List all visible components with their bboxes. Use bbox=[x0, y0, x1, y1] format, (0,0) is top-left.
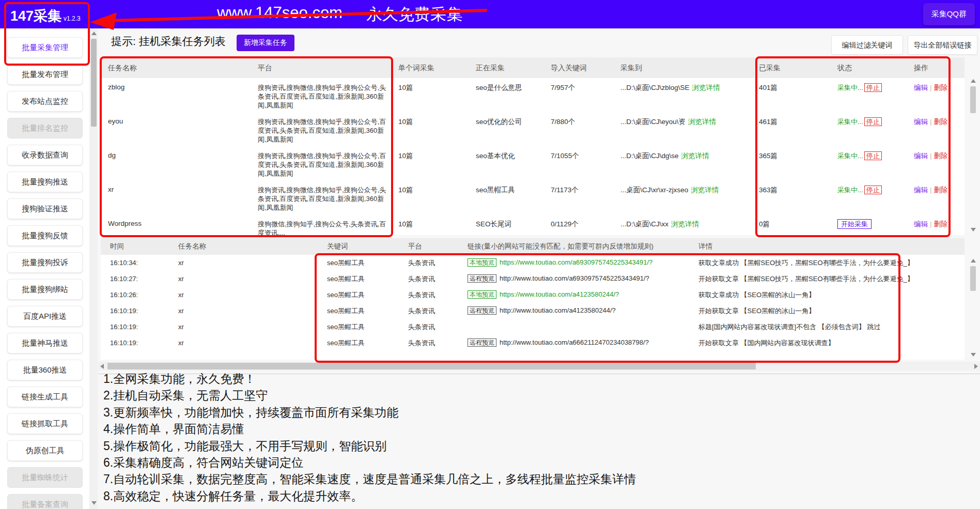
article-url[interactable]: https://www.toutiao.com/a4123580244/? bbox=[500, 290, 619, 298]
scrollbar-thumb[interactable] bbox=[970, 86, 976, 113]
sidebar-item-site-monitor[interactable]: 发布站点监控 bbox=[7, 91, 83, 112]
remote-preview-badge[interactable]: 远程预览 bbox=[468, 338, 496, 347]
sidebar-item-sogou-feedback[interactable]: 批量搜狗反馈 bbox=[7, 225, 83, 246]
export-error-links-button[interactable]: 导出全部错误链接 bbox=[908, 35, 977, 55]
delete-link[interactable]: 删除 bbox=[934, 84, 948, 91]
scroll-up-arrow[interactable] bbox=[971, 79, 976, 83]
article-url[interactable]: https://www.toutiao.com/a693097574522534… bbox=[500, 258, 652, 266]
log-table: 时间 任务名称 关键词 平台 链接(量小的网站可能没有匹配，如需要可群内反馈增加… bbox=[101, 238, 965, 360]
qq-group-button[interactable]: 采集QQ群 bbox=[923, 3, 975, 25]
view-details-link[interactable]: 浏览详情 bbox=[671, 220, 699, 228]
status-cell: 采集中...停止 bbox=[837, 117, 914, 127]
sidebar-scrollbar[interactable] bbox=[90, 28, 98, 509]
detail-cell: 获取文章成功 【SEO黑帽的冰山一角】 bbox=[698, 290, 965, 300]
scrollbar-thumb[interactable] bbox=[107, 363, 756, 369]
article-url[interactable]: http://www.toutiao.com/a4123580244/? bbox=[500, 306, 616, 314]
save-path-cell: ...桌面\CJ\xr\xr-zjxseo浏览详情 bbox=[620, 186, 759, 195]
collected-cell: 401篇 bbox=[759, 83, 837, 92]
sidebar-item-pseudo-original[interactable]: 伪原创工具 bbox=[7, 440, 83, 461]
view-details-link[interactable]: 浏览详情 bbox=[681, 152, 709, 160]
article-url[interactable]: http://www.toutiao.com/a6662112470234038… bbox=[500, 338, 649, 346]
time-cell: 16:10:26: bbox=[110, 291, 178, 299]
save-path: ...D:\桌面\CJ\xx bbox=[620, 220, 668, 228]
scroll-up-arrow[interactable] bbox=[91, 32, 97, 35]
sidebar-item-sogou-push[interactable]: 批量搜狗推送 bbox=[7, 172, 83, 192]
delete-link[interactable]: 删除 bbox=[934, 152, 948, 160]
edit-link[interactable]: 编辑 bbox=[914, 220, 928, 228]
link-cell: 远程预览http://www.toutiao.com/a666211247023… bbox=[468, 338, 698, 347]
table-row: dg 搜狗资讯,搜狗微信,搜狗知乎,搜狗公众号,百度资讯,头条资讯,百度知道,新… bbox=[101, 146, 965, 180]
sidebar-item-baidu-api[interactable]: 百度API推送 bbox=[7, 306, 83, 327]
sidebar-item-batch-publish[interactable]: 批量发布管理 bbox=[7, 64, 83, 85]
collecting-cell: seo是什么意思 bbox=[476, 83, 551, 92]
scroll-right-arrow[interactable] bbox=[974, 364, 978, 369]
keyword-cell: seo黑帽工具 bbox=[327, 322, 408, 332]
edit-link[interactable]: 编辑 bbox=[914, 186, 928, 194]
banner-url: www.147seo.com bbox=[217, 4, 343, 25]
platform-cell: 搜狗资讯,搜狗微信,搜狗知乎,搜狗公众号,百度资讯,头条资讯,百度知道,新浪新闻… bbox=[258, 151, 398, 178]
start-collect-button[interactable]: 开始采集 bbox=[837, 219, 872, 229]
sidebar-item-sogou-bind[interactable]: 批量搜狗绑站 bbox=[7, 279, 83, 300]
keywords-cell: 0/1129个 bbox=[551, 220, 620, 229]
keywords-cell: 7/957个 bbox=[551, 83, 620, 92]
sidebar-item-link-generate[interactable]: 链接生成工具 bbox=[7, 387, 83, 407]
edit-link[interactable]: 编辑 bbox=[914, 118, 928, 126]
stop-button[interactable]: 停止 bbox=[864, 117, 882, 126]
local-preview-badge[interactable]: 本地预览 bbox=[468, 258, 496, 267]
detail-cell: 开始获取文章 【国内网站内容篡改现状调查】 bbox=[698, 338, 965, 348]
edit-filter-keywords-button[interactable]: 编辑过滤关键词 bbox=[831, 35, 903, 55]
view-details-link[interactable]: 浏览详情 bbox=[692, 84, 720, 91]
scrollbar-thumb[interactable] bbox=[970, 266, 976, 291]
task-list-tip: 提示: 挂机采集任务列表 bbox=[111, 34, 226, 49]
tasks-table-header: 任务名称 平台 单个词采集 正在采集 导入关键词 采集到 已采集 状态 操作 bbox=[101, 57, 965, 78]
stop-button[interactable]: 停止 bbox=[864, 83, 882, 92]
col-per-word: 单个词采集 bbox=[398, 57, 476, 78]
col-platform: 平台 bbox=[258, 57, 398, 78]
platform-cell: 搜狗微信,搜狗知乎,搜狗公众号,头条资讯,百度资讯,... bbox=[258, 220, 398, 235]
log-scrollbar[interactable] bbox=[969, 256, 977, 360]
collecting-cell: seo基本优化 bbox=[476, 151, 551, 161]
sidebar-item-sogou-verify[interactable]: 搜狗验证推送 bbox=[7, 198, 83, 219]
edit-link[interactable]: 编辑 bbox=[914, 152, 928, 160]
delete-link[interactable]: 删除 bbox=[934, 186, 948, 194]
delete-link[interactable]: 删除 bbox=[934, 220, 948, 228]
remote-preview-badge[interactable]: 远程预览 bbox=[468, 274, 496, 283]
sidebar-item-batch-collect[interactable]: 批量采集管理 bbox=[7, 37, 83, 58]
feature-item: 2.挂机自动采集，无需人工坚守 bbox=[103, 387, 878, 404]
sidebar-item-link-grab[interactable]: 链接抓取工具 bbox=[7, 413, 83, 434]
time-cell: 16:10:27: bbox=[110, 275, 178, 283]
feature-item: 7.自动轮训采集，数据完整度高，智能采集速度，速度是普通采集几倍之上，多线程批量… bbox=[103, 471, 878, 487]
sidebar-item-360-push[interactable]: 批量360推送 bbox=[7, 360, 83, 380]
remote-preview-badge[interactable]: 远程预览 bbox=[468, 306, 496, 315]
task-name-cell: Wordpress bbox=[108, 220, 258, 227]
local-preview-badge[interactable]: 本地预览 bbox=[468, 290, 496, 299]
horizontal-scrollbar[interactable] bbox=[98, 362, 980, 371]
stop-button[interactable]: 停止 bbox=[864, 186, 882, 194]
app-window: 147采集v1.2.3 www.147seo.com 永久免费采集 采集QQ群 … bbox=[0, 0, 980, 509]
tasks-scrollbar[interactable] bbox=[969, 57, 977, 235]
table-row: Wordpress 搜狗微信,搜狗知乎,搜狗公众号,头条资讯,百度资讯,... … bbox=[101, 214, 965, 235]
scroll-down-arrow[interactable] bbox=[91, 501, 97, 505]
per-word-cell: 10篇 bbox=[398, 151, 476, 161]
sidebar-item-index-query[interactable]: 收录数据查询 bbox=[7, 145, 83, 165]
scrollbar-thumb[interactable] bbox=[91, 39, 97, 127]
list-item: 16:10:19: xr seo黑帽工具 头条资讯 远程预览http://www… bbox=[101, 303, 965, 319]
scroll-down-arrow[interactable] bbox=[971, 228, 976, 232]
sidebar-item-sogou-complain[interactable]: 批量搜狗投诉 bbox=[7, 252, 83, 273]
action-separator: | bbox=[930, 220, 932, 228]
stop-button[interactable]: 停止 bbox=[864, 151, 882, 160]
edit-link[interactable]: 编辑 bbox=[914, 84, 928, 91]
view-details-link[interactable]: 浏览详情 bbox=[688, 118, 716, 126]
sidebar-item-shenma-push[interactable]: 批量神马推送 bbox=[7, 333, 83, 353]
scroll-up-arrow[interactable] bbox=[971, 259, 976, 263]
scroll-left-arrow[interactable] bbox=[100, 364, 104, 369]
collecting-cell: seo黑帽工具 bbox=[476, 186, 551, 195]
article-url[interactable]: http://www.toutiao.com/a6930975745225343… bbox=[500, 274, 649, 282]
delete-link[interactable]: 删除 bbox=[934, 118, 948, 126]
col-detail: 详情 bbox=[698, 242, 965, 251]
col-actions: 操作 bbox=[914, 57, 965, 78]
new-task-button[interactable]: 新增采集任务 bbox=[237, 35, 294, 51]
action-separator: | bbox=[930, 186, 932, 194]
view-details-link[interactable]: 浏览详情 bbox=[691, 186, 719, 194]
scroll-down-arrow[interactable] bbox=[971, 353, 976, 357]
